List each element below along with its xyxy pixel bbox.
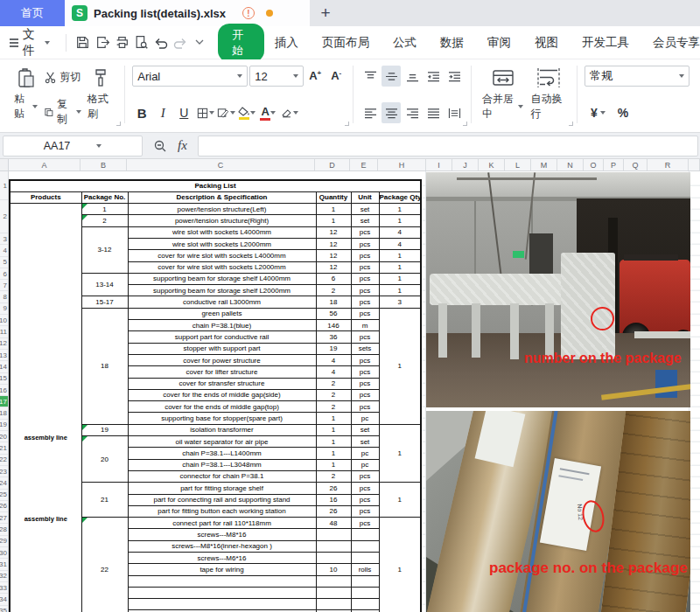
unit-cell[interactable]: pcs — [351, 389, 379, 400]
unit-cell[interactable]: pcs — [351, 331, 379, 343]
home-tab[interactable]: 首页 — [0, 0, 65, 26]
row-header-19[interactable]: 19 — [0, 420, 8, 431]
row-header-20[interactable]: 20 — [0, 431, 8, 442]
row-header-1[interactable]: 1 — [0, 171, 8, 200]
row-header-13[interactable]: 13 — [0, 350, 8, 361]
unit-cell[interactable]: pcs — [351, 250, 379, 261]
quantity-cell[interactable]: 2 — [316, 470, 351, 482]
unit-cell[interactable]: pc — [351, 448, 379, 459]
table-header-5[interactable]: Package Qty — [379, 191, 421, 203]
name-box[interactable]: AA17 — [3, 136, 143, 156]
package-qty-cell[interactable]: 1 — [379, 204, 421, 215]
quantity-cell[interactable]: 1 — [316, 448, 351, 459]
column-header-B[interactable]: B — [80, 159, 127, 170]
align-bottom-button[interactable] — [402, 66, 422, 87]
unit-cell[interactable]: set — [351, 424, 379, 435]
row-header-15[interactable]: 15 — [0, 373, 8, 385]
unit-cell[interactable]: rolls — [351, 564, 379, 575]
underline-button[interactable]: U — [174, 102, 193, 123]
row-header-6[interactable]: 6 — [0, 268, 8, 280]
row-header-16[interactable]: 16 — [0, 385, 8, 396]
align-left-button[interactable] — [360, 102, 380, 123]
quantity-cell[interactable]: 12 — [316, 250, 351, 261]
description-cell[interactable] — [128, 587, 316, 598]
description-cell[interactable]: chain P=38.1---L3048mm — [128, 459, 316, 470]
description-cell[interactable]: screws---M8*16(inner-hexagon ) — [128, 540, 316, 552]
increase-font-button[interactable]: A+ — [305, 66, 325, 87]
column-header-M[interactable]: M — [531, 159, 557, 170]
quickbar-more-button[interactable] — [190, 31, 209, 54]
save-button[interactable] — [74, 31, 93, 54]
quantity-cell[interactable]: 146 — [316, 320, 351, 331]
row-header-11[interactable]: 11 — [0, 326, 8, 337]
table-header-4[interactable]: Unit — [351, 191, 379, 203]
package-no-cell[interactable]: 1 — [81, 204, 128, 215]
quantity-cell[interactable]: 19 — [316, 343, 351, 354]
package-no-cell[interactable]: 2 — [81, 215, 128, 226]
justify-button[interactable] — [424, 102, 443, 123]
redo-button[interactable] — [171, 31, 190, 54]
format-painter-button[interactable]: 格式刷 — [84, 64, 118, 125]
quantity-cell[interactable]: 2 — [316, 401, 351, 413]
description-cell[interactable]: power/tension structure(Right) — [128, 215, 316, 226]
align-top-button[interactable] — [360, 66, 380, 87]
column-header-Q[interactable]: Q — [624, 159, 648, 170]
unit-cell[interactable]: pcs — [351, 401, 379, 413]
menu-tab-公式[interactable]: 公式 — [393, 35, 416, 51]
description-cell[interactable]: cover for wire slot with sockets L4000mm — [128, 250, 316, 261]
unit-cell[interactable]: pcs — [351, 238, 379, 249]
quantity-cell[interactable]: 12 — [316, 226, 351, 238]
column-header-N[interactable]: N — [557, 159, 584, 170]
cut-button[interactable]: 剪切 — [41, 66, 84, 87]
row-header-24[interactable]: 24 — [0, 477, 8, 489]
package-no-cell[interactable]: 20 — [81, 436, 128, 483]
quantity-cell[interactable]: 12 — [316, 261, 351, 273]
eraser-button[interactable] — [279, 102, 298, 123]
description-cell[interactable]: cover for stransfer structure — [128, 378, 316, 389]
unit-cell[interactable]: pcs — [351, 378, 379, 389]
photo-packages[interactable]: No 12 package no. on the package — [426, 411, 690, 612]
column-header-I[interactable]: I — [426, 159, 452, 170]
column-header-J[interactable]: J — [452, 159, 479, 170]
quantity-cell[interactable]: 4 — [316, 354, 351, 365]
menu-tab-插入[interactable]: 插入 — [275, 35, 298, 51]
menu-tab-数据[interactable]: 数据 — [440, 35, 464, 51]
description-cell[interactable]: isolation transformer — [128, 424, 316, 435]
unit-cell[interactable]: pcs — [351, 273, 379, 284]
quantity-cell[interactable] — [316, 529, 351, 540]
description-cell[interactable]: supporting beam for storage shelf L2000m… — [128, 285, 316, 296]
row-header-5[interactable]: 5 — [0, 257, 8, 268]
unit-cell[interactable] — [351, 540, 379, 552]
quantity-cell[interactable]: 2 — [316, 389, 351, 400]
quantity-cell[interactable]: 16 — [316, 494, 351, 505]
row-header-30[interactable]: 30 — [0, 547, 8, 559]
row-header-2[interactable]: 2 — [0, 200, 8, 233]
row-header-26[interactable]: 26 — [0, 501, 8, 512]
package-no-cell[interactable]: 13-14 — [81, 273, 128, 296]
description-cell[interactable] — [128, 599, 316, 610]
wrap-text-button[interactable]: 自动换行 — [527, 64, 570, 125]
package-qty-cell[interactable]: 1 — [379, 424, 421, 482]
quantity-cell[interactable]: 6 — [316, 273, 351, 284]
row-header-4[interactable]: 4 — [0, 245, 8, 256]
row-header-7[interactable]: 7 — [0, 280, 8, 291]
row-header-25[interactable]: 25 — [0, 490, 8, 501]
description-cell[interactable]: conductive rail L3000mm — [128, 296, 316, 308]
unit-cell[interactable]: pc — [351, 413, 379, 424]
unit-cell[interactable]: pcs — [351, 470, 379, 482]
unit-cell[interactable]: pc — [351, 459, 379, 470]
decrease-font-button[interactable]: A- — [326, 66, 346, 87]
export-button[interactable] — [93, 31, 112, 54]
description-cell[interactable]: chain P=38.1(blue) — [128, 320, 316, 331]
quantity-cell[interactable]: 26 — [316, 505, 351, 517]
description-cell[interactable]: tape for wiring — [128, 564, 316, 575]
column-header-K[interactable]: K — [479, 159, 505, 170]
unit-cell[interactable]: pcs — [351, 285, 379, 296]
description-cell[interactable]: connector for chain P=38.1 — [128, 470, 316, 482]
unit-cell[interactable] — [351, 529, 379, 540]
package-qty-cell[interactable]: 1 — [379, 250, 421, 261]
column-header-L[interactable]: L — [505, 159, 531, 170]
document-tab[interactable]: S Packing list(details).xlsx ! — [65, 0, 310, 26]
row-header-32[interactable]: 32 — [0, 571, 8, 582]
row-header-21[interactable]: 21 — [0, 442, 8, 454]
